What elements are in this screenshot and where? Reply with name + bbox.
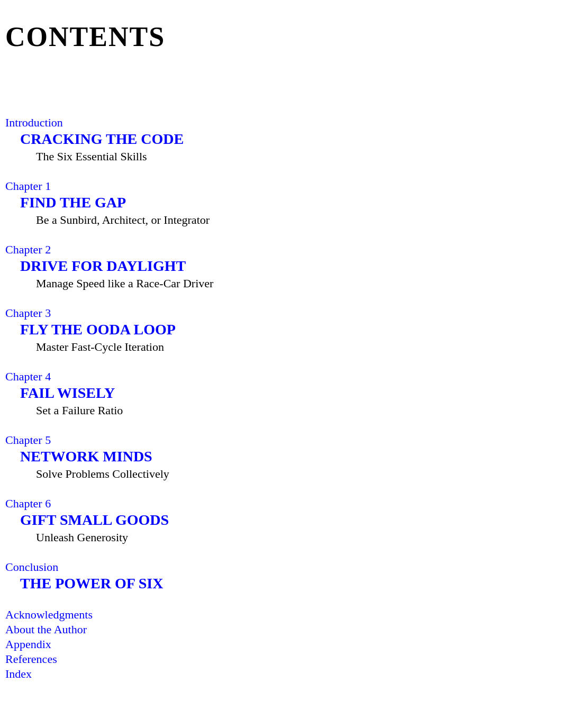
chapter-6-section: Chapter 6 GIFT SMALL GOODS Unleash Gener…	[5, 497, 546, 544]
chapter-4-title[interactable]: FAIL WISELY	[20, 385, 546, 402]
chapter-6-subtitle: Unleash Generosity	[36, 531, 546, 544]
chapter-5-subtitle: Solve Problems Collectively	[36, 467, 546, 481]
chapter-6-title[interactable]: GIFT SMALL GOODS	[20, 512, 546, 529]
chapters-list: Chapter 1 FIND THE GAP Be a Sunbird, Arc…	[5, 179, 546, 544]
chapter-1-label[interactable]: Chapter 1	[5, 179, 546, 193]
page-title: CONTENTS	[5, 21, 546, 52]
chapter-3-subtitle: Master Fast-Cycle Iteration	[36, 340, 546, 354]
chapter-5-label[interactable]: Chapter 5	[5, 433, 546, 447]
chapter-2-label[interactable]: Chapter 2	[5, 243, 546, 257]
chapter-3-title[interactable]: FLY THE OODA LOOP	[20, 321, 546, 338]
chapter-3-label[interactable]: Chapter 3	[5, 306, 546, 320]
backmatter-about-author[interactable]: About the Author	[5, 623, 546, 636]
chapter-6-label[interactable]: Chapter 6	[5, 497, 546, 511]
chapter-2-title[interactable]: DRIVE FOR DAYLIGHT	[20, 258, 546, 275]
chapter-4-section: Chapter 4 FAIL WISELY Set a Failure Rati…	[5, 370, 546, 417]
chapter-4-label[interactable]: Chapter 4	[5, 370, 546, 384]
chapter-5-section: Chapter 5 NETWORK MINDS Solve Problems C…	[5, 433, 546, 481]
backmatter-acknowledgments[interactable]: Acknowledgments	[5, 608, 546, 622]
introduction-label[interactable]: Introduction	[5, 116, 546, 130]
chapter-4-subtitle: Set a Failure Ratio	[36, 404, 546, 417]
chapter-2-subtitle: Manage Speed like a Race-Car Driver	[36, 277, 546, 290]
introduction-section: Introduction CRACKING THE CODE The Six E…	[5, 116, 546, 163]
chapter-3-section: Chapter 3 FLY THE OODA LOOP Master Fast-…	[5, 306, 546, 354]
chapter-5-title[interactable]: NETWORK MINDS	[20, 448, 546, 465]
introduction-subtitle: The Six Essential Skills	[36, 150, 546, 163]
chapter-1-section: Chapter 1 FIND THE GAP Be a Sunbird, Arc…	[5, 179, 546, 227]
introduction-title[interactable]: CRACKING THE CODE	[20, 131, 546, 148]
conclusion-title[interactable]: THE POWER OF SIX	[20, 575, 546, 592]
conclusion-label[interactable]: Conclusion	[5, 560, 546, 574]
chapter-1-subtitle: Be a Sunbird, Architect, or Integrator	[36, 213, 546, 227]
backmatter-section: Acknowledgments About the Author Appendi…	[5, 608, 546, 681]
backmatter-appendix[interactable]: Appendix	[5, 638, 546, 651]
backmatter-references[interactable]: References	[5, 652, 546, 666]
chapter-1-title[interactable]: FIND THE GAP	[20, 194, 546, 211]
chapter-2-section: Chapter 2 DRIVE FOR DAYLIGHT Manage Spee…	[5, 243, 546, 290]
backmatter-index[interactable]: Index	[5, 667, 546, 681]
conclusion-section: Conclusion THE POWER OF SIX	[5, 560, 546, 592]
